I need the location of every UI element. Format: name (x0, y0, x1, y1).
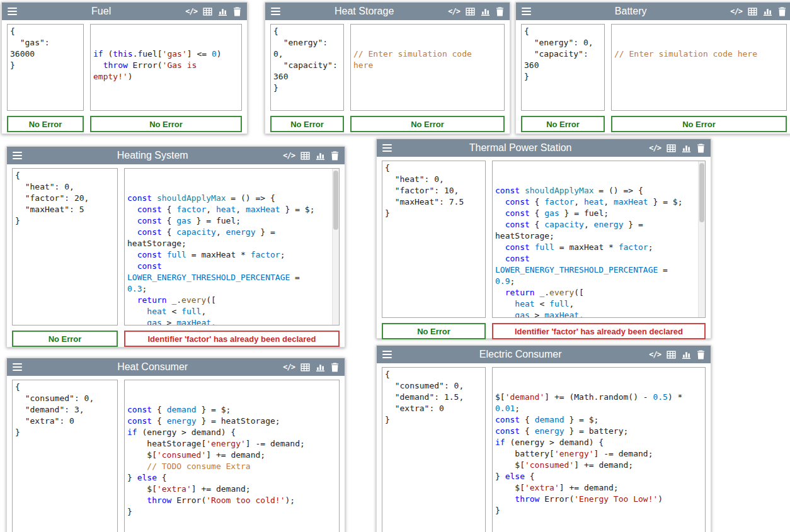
table-view-icon[interactable] (667, 350, 676, 359)
status-row: No Error No Error (2, 111, 247, 132)
hamburger-menu-icon[interactable] (382, 144, 392, 152)
trash-icon[interactable] (697, 350, 705, 359)
trash-icon[interactable] (697, 144, 705, 153)
header-icon-group: </> (649, 350, 705, 359)
panel-heat-consumer: Heat Consumer </> { "consumed": 0, "dema… (6, 358, 345, 532)
panel-body: { "energy": 0, "capacity": 360 } // Ente… (516, 20, 790, 111)
bar-chart-icon[interactable] (763, 7, 772, 16)
panel-header: Electric Consumer </> (377, 346, 711, 363)
code-view-icon[interactable]: </> (649, 144, 661, 152)
state-editor[interactable]: { "consumed": 0, "demand": 3, "extra": 0… (12, 380, 118, 532)
panel-battery: Battery </> { "energy": 0, "capacity": 3… (515, 2, 790, 134)
code-status-badge: No Error (350, 116, 505, 132)
panel-body: { "consumed": 0, "demand": 1.5, "extra":… (377, 363, 711, 532)
hamburger-menu-icon[interactable] (8, 8, 17, 15)
code-content: if (this.fuel['gas'] <= 0) throw Error('… (93, 48, 239, 82)
code-view-icon[interactable]: </> (730, 7, 742, 16)
code-editor[interactable]: // Enter simulation code here (611, 24, 787, 111)
state-editor[interactable]: { "gas": 36000 } (7, 24, 84, 111)
header-icon-group: </> (649, 144, 705, 153)
state-status-badge: No Error (521, 116, 605, 132)
bar-chart-icon[interactable] (481, 7, 490, 16)
table-view-icon[interactable] (203, 7, 212, 16)
header-icon-group: </> (283, 363, 339, 372)
panel-header: Heating System </> (7, 147, 345, 164)
state-editor[interactable]: { "energy": 0, "capacity": 360 } (521, 24, 605, 111)
code-view-icon[interactable]: </> (283, 363, 295, 371)
code-editor[interactable]: const shouldApplyMax = () => { const { f… (492, 161, 706, 318)
code-editor[interactable]: const { demand } = $;const { energy } = … (124, 380, 340, 532)
status-row: No Error Identifier 'factor' has already… (7, 325, 345, 347)
trash-icon[interactable] (496, 7, 504, 16)
panel-body: { "energy": 0, "capacity": 360 } // Ente… (265, 20, 510, 111)
code-editor[interactable]: if (this.fuel['gas'] <= 0) throw Error('… (90, 24, 242, 111)
state-status-badge: No Error (12, 331, 118, 347)
code-scrollbar[interactable] (698, 161, 705, 317)
code-content: const shouldApplyMax = () => { const { f… (495, 185, 702, 318)
table-view-icon[interactable] (466, 7, 475, 16)
panel-title: Battery (536, 6, 725, 17)
panel-thermal-power-station: Thermal Power Station </> { "heat": 0, "… (376, 139, 711, 339)
panel-body: { "heat": 0, "factor": 10, "maxHeat": 7.… (377, 157, 711, 318)
code-status-badge: No Error (611, 116, 787, 132)
panel-header: Heat Consumer </> (7, 358, 345, 376)
bar-chart-icon[interactable] (316, 151, 325, 161)
panel-title: Heating System (27, 150, 278, 161)
code-status-badge: Identifier 'factor' has already been dec… (124, 331, 340, 347)
code-editor[interactable]: $['demand'] += (Math.random() - 0.5) *0.… (492, 367, 706, 532)
state-editor[interactable]: { "heat": 0, "factor": 10, "maxHeat": 7.… (382, 161, 486, 318)
code-view-icon[interactable]: </> (185, 7, 197, 16)
code-content: $['demand'] += (Math.random() - 0.5) *0.… (495, 392, 702, 516)
status-row: No Error No Error (516, 111, 790, 132)
state-status-badge: No Error (270, 116, 344, 132)
panel-electric-consumer: Electric Consumer </> { "consumed": 0, "… (376, 345, 711, 532)
table-view-icon[interactable] (667, 144, 676, 153)
code-content: const { demand } = $;const { energy } = … (127, 404, 336, 518)
table-view-icon[interactable] (748, 7, 757, 16)
state-status-badge: No Error (7, 116, 84, 132)
code-view-icon[interactable]: </> (649, 350, 661, 359)
panel-header: Heat Storage </> (265, 3, 510, 20)
header-icon-group: </> (185, 7, 241, 16)
code-status-badge: Identifier 'factor' has already been dec… (492, 323, 706, 339)
hamburger-menu-icon[interactable] (271, 8, 280, 15)
panel-body: { "heat": 0, "factor": 20, "maxHeat": 5 … (7, 164, 345, 325)
code-content: // Enter simulation code here (614, 48, 784, 60)
panel-title: Thermal Power Station (397, 142, 644, 154)
trash-icon[interactable] (778, 7, 786, 16)
code-view-icon[interactable]: </> (283, 151, 295, 160)
panel-title: Heat Storage (285, 6, 443, 17)
code-editor[interactable]: const shouldApplyMax = () => { const { f… (124, 168, 340, 325)
state-editor[interactable]: { "heat": 0, "factor": 20, "maxHeat": 5 … (12, 168, 118, 325)
code-editor[interactable]: // Enter simulation codehere (350, 24, 505, 111)
bar-chart-icon[interactable] (682, 144, 691, 153)
header-icon-group: </> (283, 151, 339, 161)
header-icon-group: </> (448, 7, 504, 16)
scrollbar-thumb[interactable] (699, 163, 704, 222)
table-view-icon[interactable] (301, 363, 310, 372)
trash-icon[interactable] (331, 151, 339, 161)
hamburger-menu-icon[interactable] (382, 351, 392, 358)
code-content: // Enter simulation codehere (353, 48, 501, 71)
state-editor[interactable]: { "consumed": 0, "demand": 1.5, "extra":… (382, 367, 486, 532)
hamburger-menu-icon[interactable] (522, 8, 531, 15)
bar-chart-icon[interactable] (316, 363, 325, 372)
state-editor[interactable]: { "energy": 0, "capacity": 360 } (270, 24, 344, 111)
panel-body: { "gas": 36000 } if (this.fuel['gas'] <=… (2, 20, 247, 111)
hamburger-menu-icon[interactable] (13, 363, 22, 371)
bar-chart-icon[interactable] (218, 7, 227, 16)
panel-header: Battery </> (516, 3, 790, 20)
panel-fuel: Fuel </> { "gas": 36000 } if (this.fuel[… (1, 2, 248, 134)
panel-title: Heat Consumer (27, 361, 278, 373)
scrollbar-thumb[interactable] (333, 171, 338, 230)
bar-chart-icon[interactable] (682, 350, 691, 359)
hamburger-menu-icon[interactable] (13, 152, 22, 159)
code-view-icon[interactable]: </> (448, 7, 460, 16)
table-view-icon[interactable] (301, 151, 310, 161)
panel-header: Fuel </> (2, 3, 247, 20)
code-scrollbar[interactable] (332, 169, 339, 325)
trash-icon[interactable] (331, 363, 339, 372)
trash-icon[interactable] (233, 7, 241, 16)
panel-title: Electric Consumer (397, 349, 644, 360)
panel-heating-system: Heating System </> { "heat": 0, "factor"… (6, 146, 345, 348)
